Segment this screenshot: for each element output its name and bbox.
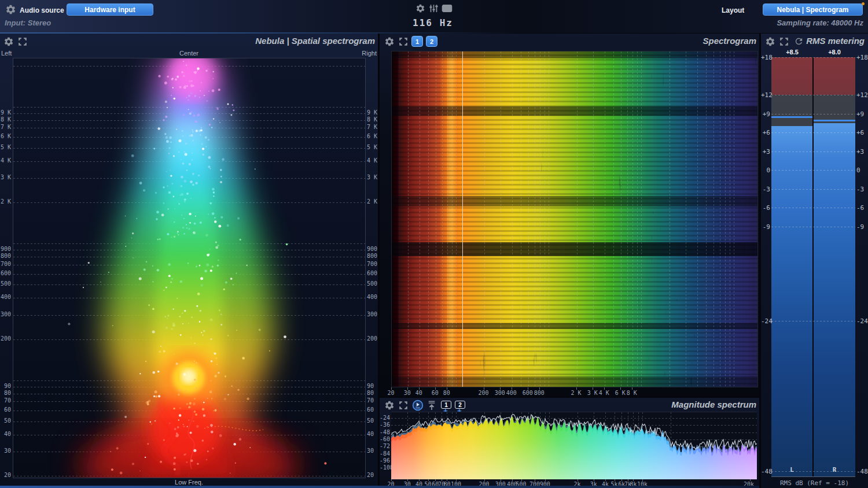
frequency-readout: 116 Hz — [404, 17, 462, 28]
db-tick-label: -96 — [380, 457, 390, 464]
freq-grid-line — [641, 51, 642, 387]
meter-fill — [814, 123, 855, 476]
freq-tick-label: 2 K — [568, 390, 584, 396]
spectrogram-layer2-button[interactable]: 2 — [426, 36, 437, 47]
layout-preset-button[interactable]: Nebula | Spectrogram — [763, 3, 863, 16]
rms-grid-line — [771, 471, 855, 472]
spatial-expand-icon[interactable] — [18, 37, 27, 46]
rms-scale-label: +18 — [761, 54, 770, 61]
rms-scale-label: -6 — [761, 204, 770, 212]
freq-tick-label: 200 — [367, 335, 378, 342]
rms-scale-label: 0 — [856, 167, 868, 174]
spectrogram-gear-icon[interactable] — [384, 36, 395, 47]
rms-grid-line — [771, 151, 855, 152]
freq-tick-label: 400 — [503, 390, 520, 396]
freq-grid-line — [627, 51, 628, 387]
rms-grid-line — [771, 170, 855, 171]
freq-tick-label: 50 — [0, 417, 11, 424]
spectrogram-plot[interactable] — [391, 51, 758, 387]
db-tick-label: -60 — [380, 436, 390, 442]
freq-tick-label: 30 — [0, 448, 11, 454]
magnitude-plot[interactable] — [391, 412, 757, 479]
nebula-cloud — [13, 58, 365, 478]
rms-expand-icon[interactable] — [779, 37, 789, 46]
audio-source-label: Audio source — [20, 6, 64, 14]
magnitude-expand-icon[interactable] — [399, 401, 408, 410]
rms-grid-line — [771, 114, 855, 114]
freq-grid-line — [725, 51, 726, 387]
panel-gap — [759, 34, 761, 488]
rms-gear-icon[interactable] — [765, 36, 775, 47]
freq-tick-label: 700 — [0, 261, 11, 267]
magnitude-gear-icon[interactable] — [384, 400, 395, 411]
top-bar: Audio source Hardware input Input: Stere… — [0, 0, 868, 33]
rms-scale-label: -3 — [761, 186, 770, 193]
freq-grid-line — [605, 51, 605, 387]
freq-grid-line — [637, 51, 638, 387]
live-mode-button[interactable]: live — [412, 400, 424, 411]
meter-value-line — [771, 116, 812, 118]
freq-tick-label: 3 K — [0, 174, 11, 180]
freq-grid-line — [734, 51, 734, 387]
rms-meters: LR — [771, 57, 855, 477]
freq-grid-line — [697, 51, 698, 387]
spatial-gear-icon[interactable] — [3, 36, 14, 47]
spatial-plot[interactable] — [13, 58, 366, 478]
cursor-line — [462, 51, 463, 387]
freq-tick-label: 5 K — [367, 144, 378, 150]
freq-grid-line — [512, 51, 513, 387]
channel-sliders-icon[interactable] — [429, 3, 439, 13]
spatial-title: Nebula | Spatial spectrogram — [255, 36, 375, 46]
freq-tick-label: 200 — [0, 335, 11, 342]
rms-scale-label: -3 — [856, 186, 868, 193]
freq-tick-label: 2 K — [0, 198, 11, 205]
freq-tick-label: 900 — [367, 246, 378, 252]
hardware-input-button[interactable]: Hardware input — [67, 3, 153, 16]
freq-tick-label: 300 — [367, 311, 378, 317]
freq-grid-line — [545, 51, 545, 387]
freq-grid-line — [420, 51, 420, 387]
channel-label: R — [814, 466, 855, 474]
magnitude-db-axis: -24-36-48-60-72-84-96-108 — [380, 412, 391, 479]
freq-tick-label: 800 — [367, 253, 378, 259]
freq-tick-label: 4 K — [596, 390, 612, 396]
rms-scale-label: +9 — [761, 110, 770, 118]
freq-tick-label: 90 — [0, 383, 11, 389]
io-routing-icon[interactable] — [442, 3, 453, 13]
freq-grid-line — [706, 51, 707, 387]
rms-scale-label: 0 — [761, 167, 770, 174]
freq-tick-label: 80 — [439, 390, 455, 396]
rms-scale-label: -24 — [761, 317, 770, 325]
peak-reset-icon[interactable] — [427, 400, 436, 411]
meter-value-line — [814, 120, 855, 121]
freq-tick-label: 600 — [0, 270, 11, 276]
freq-tick-label: 800 — [0, 253, 11, 259]
magnitude-panel: live 1 + 2 + Magnitude spectrum -24-36-4… — [380, 398, 759, 488]
freq-tick-label: 5 K — [0, 144, 11, 150]
spectrogram-layer1-button[interactable]: 1 — [411, 36, 423, 47]
db-tick-label: -48 — [380, 429, 390, 435]
freq-tick-label: 300 — [0, 311, 11, 317]
rms-scale-label: -9 — [761, 223, 770, 231]
rms-grid-line — [771, 227, 855, 227]
freq-tick-label: 4 K — [367, 157, 378, 164]
freq-grid-line — [484, 51, 485, 387]
freq-tick-label: 8 K — [0, 116, 11, 123]
freq-grid-line — [408, 51, 409, 387]
db-tick-label: -36 — [380, 422, 390, 428]
audio-source-gear-icon[interactable] — [5, 4, 16, 15]
rms-grid-line — [771, 132, 855, 133]
master-gear-icon[interactable] — [415, 3, 425, 13]
rms-scale-label: -6 — [856, 204, 868, 212]
status-dot — [862, 2, 865, 5]
rms-reset-icon[interactable] — [794, 36, 804, 46]
freq-tick-label: 60 — [0, 406, 11, 413]
spectrogram-expand-icon[interactable] — [399, 37, 408, 46]
freq-tick-label: 90 — [367, 383, 378, 389]
freq-tick-label: 500 — [0, 280, 11, 287]
freq-grid-line — [670, 51, 670, 387]
rms-grid-line — [771, 321, 855, 321]
freq-tick-label: 7 K — [367, 124, 378, 130]
rms-meter-bar — [771, 57, 812, 476]
panel-gap — [380, 397, 759, 398]
